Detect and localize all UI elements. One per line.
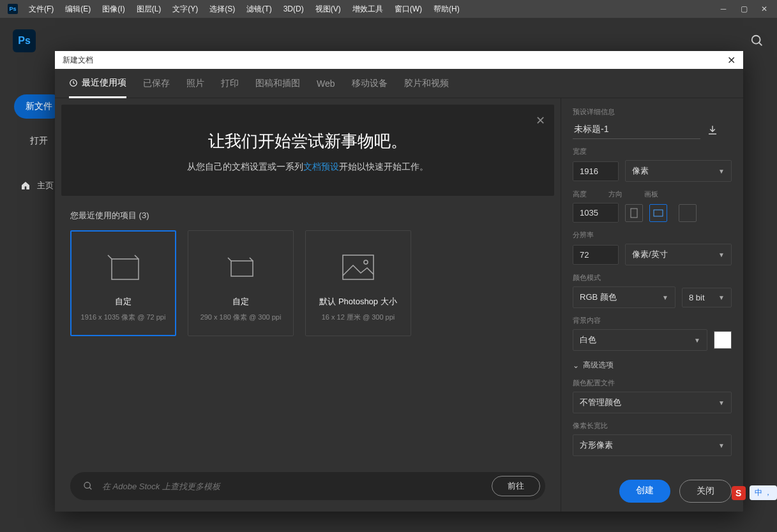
hero-close-icon[interactable]: ✕ [536, 114, 545, 128]
menu-filter[interactable]: 滤镜(T) [241, 4, 277, 15]
preset-item-0[interactable]: 自定 1916 x 1035 像素 @ 72 ppi [70, 230, 176, 336]
svg-point-6 [364, 260, 368, 264]
stock-search: 前往 [70, 472, 545, 500]
menu-image[interactable]: 图像(I) [96, 4, 130, 15]
tab-web[interactable]: Web [317, 71, 335, 96]
window-minimize-button[interactable]: ─ [713, 0, 734, 18]
tab-mobile[interactable]: 移动设备 [352, 70, 388, 97]
svg-rect-9 [631, 209, 637, 218]
svg-rect-4 [231, 261, 253, 276]
window-maximize-button[interactable]: ▢ [734, 0, 754, 18]
color-mode-label: 颜色模式 [573, 273, 732, 283]
ime-indicator: S 中 ， [732, 485, 777, 500]
tab-film[interactable]: 胶片和视频 [404, 70, 449, 97]
preset-item-2[interactable]: 默认 Photoshop 大小 16 x 12 厘米 @ 300 ppi [305, 230, 411, 336]
menu-text[interactable]: 文字(Y) [167, 4, 204, 15]
color-mode-select[interactable]: RGB 颜色▼ [573, 286, 675, 308]
document-icon [104, 245, 142, 290]
svg-rect-3 [112, 259, 139, 279]
svg-point-0 [752, 36, 760, 44]
chevron-down-icon: ▼ [662, 294, 668, 301]
chevron-down-icon: ▼ [718, 294, 725, 301]
menu-view[interactable]: 视图(V) [310, 4, 347, 15]
tab-recent[interactable]: 最近使用项 [69, 70, 126, 98]
orient-landscape-button[interactable] [649, 204, 667, 222]
tab-print[interactable]: 打印 [221, 70, 239, 97]
aspect-label: 像素长宽比 [573, 421, 732, 431]
hero-heading: 让我们开始尝试新事物吧。 [80, 130, 535, 152]
chevron-down-icon: ▼ [718, 168, 725, 175]
svg-line-1 [759, 43, 762, 46]
width-unit-select[interactable]: 像素▼ [625, 160, 732, 182]
artboard-label: 画板 [644, 189, 658, 199]
recent-label: 您最近使用的项目 (3) [70, 210, 545, 221]
dialog-title: 新建文档 [63, 55, 93, 66]
hero-text: 从您自己的文档设置或一系列文档预设开始以快速开始工作。 [80, 161, 535, 173]
background-swatch[interactable] [714, 331, 732, 349]
menubar: Ps 文件(F) 编辑(E) 图像(I) 图层(L) 文字(Y) 选择(S) 滤… [0, 0, 777, 18]
profile-label: 颜色配置文件 [573, 378, 732, 388]
window-close-button[interactable]: ✕ [754, 0, 774, 18]
svg-line-8 [89, 487, 91, 489]
orient-label: 方向 [608, 189, 622, 199]
orient-portrait-button[interactable] [625, 204, 643, 222]
hero-link[interactable]: 文档预设 [303, 161, 339, 172]
preset-item-1[interactable]: 自定 290 x 180 像素 @ 300 ppi [188, 230, 294, 336]
new-document-dialog: 新建文档 ✕ 最近使用项 已保存 照片 打印 图稿和插图 Web 移动设备 胶片… [55, 51, 743, 512]
chevron-down-icon: ⌄ [573, 361, 579, 370]
tab-photo[interactable]: 照片 [186, 70, 204, 97]
document-name-input[interactable] [573, 121, 700, 139]
background-select[interactable]: 白色▼ [573, 329, 707, 351]
document-icon [225, 245, 257, 290]
search-icon[interactable] [750, 34, 764, 48]
height-input[interactable] [573, 203, 619, 223]
dialog-tabs: 最近使用项 已保存 照片 打印 图稿和插图 Web 移动设备 胶片和视频 [55, 69, 743, 98]
home-icon [20, 181, 31, 191]
hero-banner: ✕ 让我们开始尝试新事物吧。 从您自己的文档设置或一系列文档预设开始以快速开始工… [61, 105, 554, 196]
preset-details-panel: 预设详细信息 宽度 像素▼ 高度 方向 画板 分辨率 [561, 98, 743, 512]
bit-depth-select[interactable]: 8 bit▼ [682, 288, 732, 307]
app-logo-small: Ps [8, 4, 18, 14]
menu-window[interactable]: 窗口(W) [389, 4, 428, 15]
height-label: 高度 [573, 189, 587, 199]
home-label: 主页 [37, 180, 54, 191]
svg-point-7 [84, 482, 90, 488]
advanced-toggle[interactable]: ⌄高级选项 [573, 360, 732, 371]
menu-select[interactable]: 选择(S) [204, 4, 241, 15]
tab-art[interactable]: 图稿和插图 [255, 70, 300, 97]
resolution-input[interactable] [573, 245, 619, 265]
menu-edit[interactable]: 编辑(E) [59, 4, 96, 15]
stock-search-input[interactable] [102, 482, 483, 491]
menu-3d[interactable]: 3D(D) [278, 4, 310, 13]
menu-layer[interactable]: 图层(L) [131, 4, 167, 15]
width-input[interactable] [573, 161, 619, 181]
chevron-down-icon: ▼ [694, 337, 700, 344]
pixel-aspect-select[interactable]: 方形像素▼ [573, 434, 732, 456]
res-label: 分辨率 [573, 230, 732, 240]
details-header: 预设详细信息 [573, 107, 732, 117]
tab-saved[interactable]: 已保存 [143, 70, 170, 97]
resolution-unit-select[interactable]: 像素/英寸▼ [625, 244, 732, 265]
chevron-down-icon: ▼ [718, 251, 725, 258]
menu-help[interactable]: 帮助(H) [428, 4, 465, 15]
color-profile-select[interactable]: 不管理颜色▼ [573, 392, 732, 413]
close-button[interactable]: 关闭 [679, 480, 732, 503]
dialog-left-panel: ✕ 让我们开始尝试新事物吧。 从您自己的文档设置或一系列文档预设开始以快速开始工… [55, 98, 561, 512]
ime-lang[interactable]: 中 ， [750, 485, 777, 500]
menu-plugins[interactable]: 增效工具 [347, 4, 389, 15]
stock-go-button[interactable]: 前往 [492, 476, 540, 496]
image-icon [339, 245, 377, 290]
search-icon [83, 481, 93, 491]
svg-rect-5 [343, 255, 373, 279]
presets-grid: 自定 1916 x 1035 像素 @ 72 ppi 自定 290 x 180 … [55, 230, 561, 336]
chevron-down-icon: ▼ [718, 442, 725, 449]
dialog-titlebar: 新建文档 ✕ [55, 51, 743, 69]
save-preset-icon[interactable] [707, 124, 718, 136]
chevron-down-icon: ▼ [718, 399, 725, 406]
bg-label: 背景内容 [573, 316, 732, 325]
create-button[interactable]: 创建 [619, 480, 670, 503]
artboard-checkbox[interactable] [679, 204, 697, 222]
menu-file[interactable]: 文件(F) [23, 4, 59, 15]
dialog-close-icon[interactable]: ✕ [727, 54, 736, 66]
ime-badge[interactable]: S [732, 486, 746, 500]
